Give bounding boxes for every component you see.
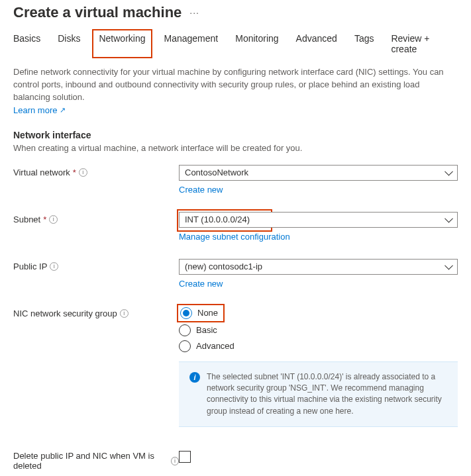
- radio-icon: [180, 307, 192, 319]
- intro-text: Define network connectivity for your vir…: [13, 66, 458, 104]
- info-circle-icon: i: [189, 372, 200, 383]
- subnet-value: INT (10.0.0.0/24): [185, 214, 250, 224]
- vnet-dropdown[interactable]: ContosoNetwork: [179, 165, 458, 181]
- tab-review[interactable]: Review + create: [391, 30, 458, 57]
- info-icon[interactable]: i: [120, 309, 129, 318]
- info-box-text: The selected subnet 'INT (10.0.0.0/24)' …: [207, 371, 447, 418]
- wizard-tabs: Basics Disks Networking Management Monit…: [13, 30, 458, 57]
- nsg-label: NIC network security group: [13, 309, 117, 318]
- learn-more-link[interactable]: Learn more: [13, 105, 66, 115]
- publicip-label: Public IP: [13, 262, 47, 271]
- section-desc: When creating a virtual machine, a netwo…: [13, 143, 458, 153]
- delete-nic-checkbox[interactable]: [179, 451, 191, 463]
- nsg-option-basic: Basic: [196, 325, 217, 335]
- required-asterisk: *: [73, 167, 76, 177]
- subnet-label: Subnet: [13, 214, 40, 224]
- publicip-create-new-link[interactable]: Create new: [179, 279, 458, 289]
- nsg-radio-basic[interactable]: Basic: [179, 324, 458, 336]
- tab-monitoring[interactable]: Monitoring: [235, 30, 278, 57]
- vnet-value: ContosoNetwork: [185, 167, 248, 177]
- info-icon[interactable]: i: [49, 215, 58, 224]
- tab-tags[interactable]: Tags: [354, 30, 374, 57]
- tab-disks[interactable]: Disks: [58, 30, 80, 57]
- delete-nic-label: Delete public IP and NIC when VM is dele…: [13, 451, 168, 471]
- publicip-dropdown[interactable]: (new) contosodc1-ip: [179, 259, 458, 275]
- tab-management[interactable]: Management: [164, 30, 219, 57]
- vnet-label: Virtual network: [13, 167, 70, 177]
- nsg-option-advanced: Advanced: [196, 341, 235, 351]
- section-title: Network interface: [13, 130, 458, 140]
- subnet-dropdown[interactable]: INT (10.0.0.0/24): [179, 212, 458, 228]
- info-icon[interactable]: i: [50, 262, 58, 271]
- publicip-value: (new) contosodc1-ip: [185, 262, 262, 271]
- nsg-radio-advanced[interactable]: Advanced: [179, 340, 458, 352]
- learn-more-label: Learn more: [13, 105, 57, 115]
- info-icon[interactable]: i: [171, 457, 179, 465]
- subnet-manage-link[interactable]: Manage subnet configuration: [179, 232, 458, 242]
- required-asterisk: *: [43, 214, 46, 224]
- radio-icon: [179, 324, 191, 336]
- tab-advanced[interactable]: Advanced: [296, 30, 337, 57]
- nsg-radio-none[interactable]: None: [180, 307, 218, 319]
- tab-networking[interactable]: Networking: [92, 29, 152, 58]
- more-actions-icon[interactable]: ···: [189, 7, 199, 18]
- nsg-option-none: None: [197, 308, 218, 318]
- nsg-info-box: i The selected subnet 'INT (10.0.0.0/24)…: [179, 361, 458, 428]
- radio-icon: [179, 340, 191, 352]
- tab-basics[interactable]: Basics: [13, 30, 40, 57]
- page-title: Create a virtual machine: [13, 4, 182, 21]
- vnet-create-new-link[interactable]: Create new: [179, 185, 458, 195]
- info-icon[interactable]: i: [79, 168, 87, 177]
